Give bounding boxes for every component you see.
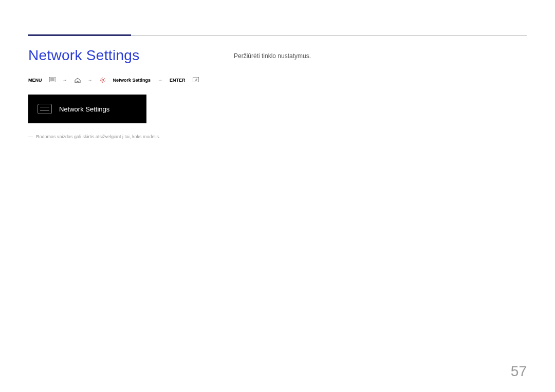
body-text: Peržiūrėti tinklo nustatymus. — [234, 51, 522, 61]
home-icon — [75, 78, 81, 83]
arrow-right-icon: → — [88, 78, 92, 83]
arrow-right-icon: → — [158, 78, 162, 83]
dash-icon: ― — [28, 134, 33, 140]
horizontal-rule-accent — [28, 34, 131, 36]
menu-label: MENU — [28, 78, 42, 83]
breadcrumb-trail-label: Network Settings — [113, 78, 151, 83]
svg-rect-5 — [193, 77, 199, 82]
preview-panel: Network Settings — [28, 95, 146, 123]
footnote: ― Rodomas vaizdas gali skirtis atsižvelg… — [28, 134, 224, 140]
enter-icon — [193, 77, 199, 83]
breadcrumb: MENU → → — [28, 77, 224, 83]
document-page: Network Settings MENU → → — [0, 0, 555, 392]
right-column: Peržiūrėti tinklo nustatymus. — [234, 51, 522, 61]
network-settings-icon — [38, 104, 52, 114]
footnote-text: Rodomas vaizdas gali skirtis atsižvelgia… — [36, 134, 160, 140]
preview-panel-title: Network Settings — [59, 105, 109, 113]
page-number: 57 — [511, 363, 527, 380]
gear-icon — [100, 77, 106, 83]
page-title: Network Settings — [28, 47, 224, 64]
svg-point-4 — [102, 79, 104, 81]
arrow-right-icon: → — [63, 78, 67, 83]
enter-label: ENTER — [170, 78, 186, 83]
menu-icon — [49, 77, 55, 83]
left-column: Network Settings MENU → → — [28, 47, 224, 140]
